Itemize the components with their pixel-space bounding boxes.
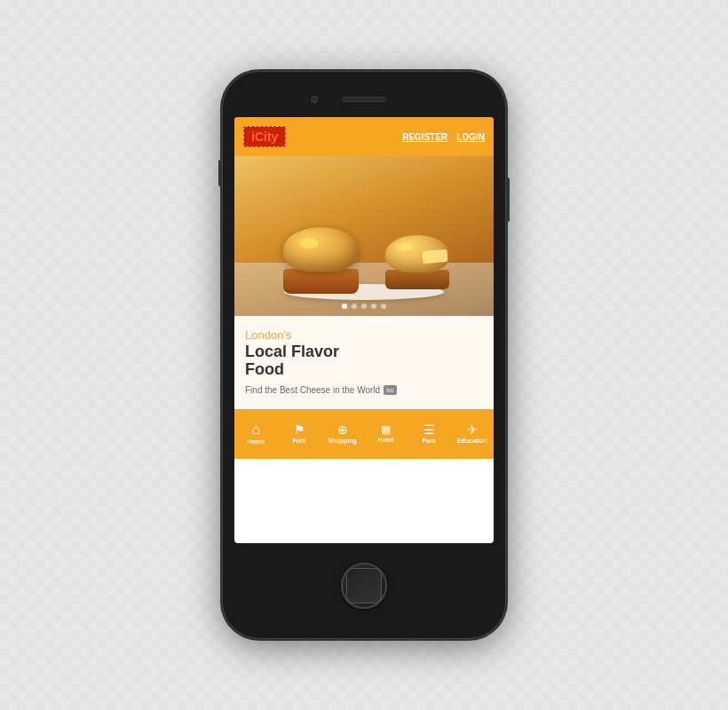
app-header: iCity REGISTER LOGIN bbox=[234, 117, 494, 156]
dot-5 bbox=[381, 304, 386, 309]
phone-bottom bbox=[234, 550, 494, 621]
nav-park[interactable]: ☰ Park bbox=[408, 409, 451, 459]
food-visual bbox=[234, 156, 494, 316]
nav-park-label: Park bbox=[422, 438, 435, 444]
login-link[interactable]: LOGIN bbox=[456, 132, 485, 142]
fork-icon: ⚑ bbox=[294, 423, 305, 436]
nav-hotel[interactable]: ▦ Hotel bbox=[364, 409, 408, 459]
dot-3 bbox=[361, 304, 367, 309]
nav-hotel-label: Hotel bbox=[378, 437, 394, 443]
hotel-icon: ▦ bbox=[381, 424, 391, 435]
nav-home-label: Home bbox=[248, 438, 265, 445]
nav-education[interactable]: ✈ Education bbox=[450, 409, 494, 459]
park-icon: ☰ bbox=[423, 423, 435, 436]
content-area: London's Local Flavor Food Find the Best… bbox=[234, 316, 494, 409]
content-description: Find the Best Cheese in the World loc bbox=[245, 384, 483, 397]
home-button-inner bbox=[346, 568, 382, 604]
nav-shopping-label: Shopping bbox=[328, 438, 357, 444]
side-button-right bbox=[507, 178, 510, 222]
dot-2 bbox=[352, 304, 357, 309]
content-subtitle: London's bbox=[245, 328, 483, 342]
nav-fork[interactable]: ⚑ Fork bbox=[278, 409, 321, 459]
education-icon: ✈ bbox=[467, 423, 478, 436]
shopping-icon: ⊕ bbox=[337, 423, 348, 436]
header-links: REGISTER LOGIN bbox=[402, 132, 485, 142]
side-button-left bbox=[218, 160, 221, 186]
logo-text: iCity bbox=[251, 130, 278, 144]
dot-4 bbox=[371, 304, 376, 309]
butter bbox=[422, 249, 447, 264]
register-link[interactable]: REGISTER bbox=[402, 132, 447, 142]
nav-shopping[interactable]: ⊕ Shopping bbox=[320, 409, 364, 459]
nav-education-label: Education bbox=[457, 438, 487, 444]
phone-camera bbox=[311, 96, 318, 103]
nav-home[interactable]: ⌂ Home bbox=[234, 409, 278, 459]
home-button[interactable] bbox=[341, 563, 387, 609]
slide-dots bbox=[342, 304, 386, 309]
phone-speaker bbox=[342, 97, 386, 102]
app-logo: iCity bbox=[243, 126, 286, 147]
bottom-nav: ⌂ Home ⚑ Fork ⊕ Shopping ▦ Hotel ☰ Park … bbox=[234, 409, 494, 459]
location-badge: loc bbox=[384, 385, 397, 396]
muffin-1 bbox=[283, 227, 359, 294]
phone-screen: iCity REGISTER LOGIN bbox=[234, 117, 494, 543]
home-icon: ⌂ bbox=[252, 422, 261, 437]
nav-fork-label: Fork bbox=[292, 438, 305, 444]
dot-1 bbox=[342, 304, 347, 309]
phone-device: iCity REGISTER LOGIN bbox=[222, 71, 506, 639]
phone-top-bar bbox=[234, 87, 494, 112]
hero-image bbox=[234, 156, 494, 316]
content-title: Local Flavor Food bbox=[245, 343, 483, 379]
